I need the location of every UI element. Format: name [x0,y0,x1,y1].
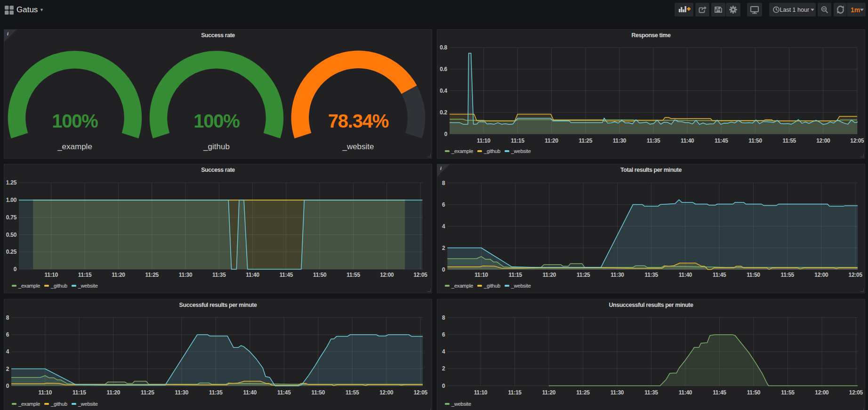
svg-text:0.50: 0.50 [6,232,17,238]
svg-text:Last 1 hour: Last 1 hour [780,7,809,13]
svg-text:6: 6 [442,201,445,208]
svg-text:11:35: 11:35 [647,137,660,144]
svg-text:11:30: 11:30 [611,272,624,278]
svg-text:0: 0 [14,266,17,273]
svg-text:78.34%: 78.34% [328,111,389,131]
svg-text:11:35: 11:35 [209,389,223,396]
svg-text:11:40: 11:40 [246,272,259,278]
svg-text:11:30: 11:30 [175,389,189,396]
svg-text:11:50: 11:50 [747,389,761,396]
svg-text:11:40: 11:40 [681,137,694,144]
svg-text:11:30: 11:30 [179,272,193,278]
svg-text:12:00: 12:00 [814,272,828,278]
svg-text:12:00: 12:00 [815,389,829,396]
svg-text:11:50: 11:50 [313,272,327,278]
svg-text:11:15: 11:15 [511,137,524,144]
svg-text:11:45: 11:45 [280,272,293,278]
svg-text:0.4: 0.4 [440,88,447,94]
svg-text:11:15: 11:15 [72,389,86,396]
svg-text:6: 6 [6,331,9,338]
svg-text:11:55: 11:55 [780,272,794,278]
svg-text:11:30: 11:30 [613,137,627,144]
svg-text:11:35: 11:35 [644,389,658,396]
svg-text:6: 6 [442,331,445,338]
svg-text:11:25: 11:25 [141,389,154,396]
svg-text:100%: 100% [193,111,240,131]
svg-text:11:55: 11:55 [781,389,795,396]
svg-text:11:25: 11:25 [576,389,590,396]
svg-text:11:10: 11:10 [39,389,52,396]
svg-text:11:15: 11:15 [508,272,522,278]
svg-text:0.8: 0.8 [440,44,447,51]
svg-text:11:25: 11:25 [145,272,159,278]
svg-text:12:00: 12:00 [379,389,394,396]
svg-text:11:20: 11:20 [542,389,556,396]
svg-text:0.2: 0.2 [440,109,447,116]
svg-text:11:45: 11:45 [713,272,726,278]
svg-text:11:20: 11:20 [107,389,121,396]
svg-text:4: 4 [442,223,445,230]
svg-text:11:10: 11:10 [474,389,488,396]
svg-text:11:40: 11:40 [679,389,692,396]
svg-text:11:10: 11:10 [45,272,58,278]
svg-text:11:30: 11:30 [611,389,624,396]
svg-text:0: 0 [442,383,445,389]
svg-text:12:05: 12:05 [414,389,428,396]
svg-text:11:40: 11:40 [679,272,692,278]
svg-text:_github: _github [203,142,230,151]
svg-text:11:15: 11:15 [508,389,522,396]
svg-text:12:05: 12:05 [413,272,427,278]
svg-text:0.6: 0.6 [440,66,447,72]
svg-text:11:50: 11:50 [748,137,762,144]
svg-text:11:55: 11:55 [782,137,796,144]
svg-text:2: 2 [442,245,445,251]
svg-text:11:15: 11:15 [78,272,92,278]
svg-text:2: 2 [442,365,445,372]
svg-text:11:50: 11:50 [312,389,325,396]
svg-text:11:25: 11:25 [577,272,590,278]
svg-text:0: 0 [444,131,448,137]
svg-text:_example: _example [57,142,92,151]
svg-text:11:40: 11:40 [243,389,257,396]
svg-text:11:20: 11:20 [545,137,558,144]
svg-text:12:05: 12:05 [849,389,863,396]
svg-text:12:00: 12:00 [816,137,830,144]
svg-text:11:20: 11:20 [112,272,125,278]
svg-text:0.75: 0.75 [6,214,17,221]
svg-text:11:45: 11:45 [715,137,728,144]
svg-text:11:55: 11:55 [346,272,360,278]
svg-text:1.00: 1.00 [6,197,17,203]
svg-text:11:35: 11:35 [644,272,658,278]
svg-text:11:55: 11:55 [346,389,359,396]
svg-text:11:45: 11:45 [713,389,726,396]
svg-text:12:05: 12:05 [849,272,863,278]
svg-text:8: 8 [6,314,9,321]
svg-text:100%: 100% [52,111,98,131]
svg-text:11:35: 11:35 [212,272,226,278]
svg-text:0.25: 0.25 [6,249,17,255]
svg-text:11:10: 11:10 [474,272,488,278]
svg-text:12:05: 12:05 [850,137,864,144]
svg-text:8: 8 [442,180,445,186]
svg-text:0: 0 [6,383,9,389]
svg-text:2: 2 [6,366,9,372]
svg-text:1m: 1m [851,6,860,14]
svg-text:1.25: 1.25 [6,179,17,186]
svg-text:8: 8 [442,314,445,321]
svg-text:11:25: 11:25 [579,137,593,144]
svg-text:4: 4 [442,348,445,355]
svg-text:11:45: 11:45 [277,389,291,396]
svg-text:4: 4 [6,348,9,355]
svg-text:_website: _website [342,142,374,151]
svg-text:11:10: 11:10 [477,137,490,144]
svg-text:11:20: 11:20 [543,272,556,278]
svg-text:12:00: 12:00 [380,272,394,278]
svg-text:11:50: 11:50 [747,272,760,278]
svg-text:0: 0 [442,266,445,273]
